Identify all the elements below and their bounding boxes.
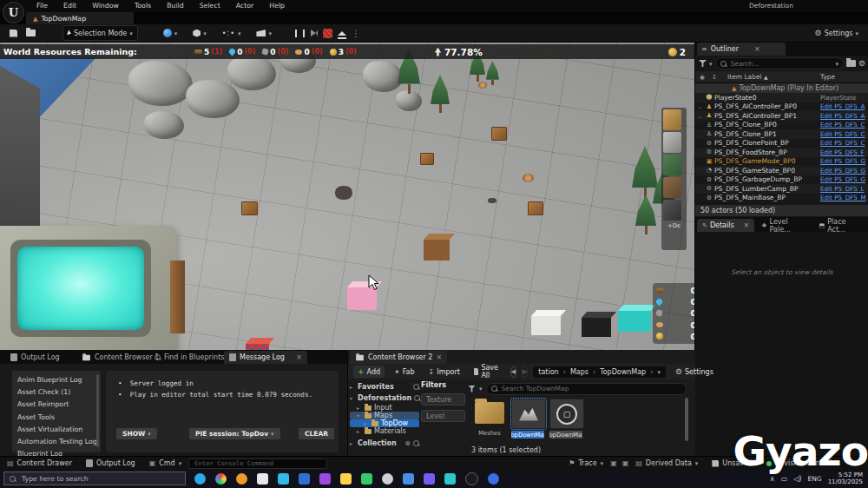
network-icon[interactable]: ▭ [781, 475, 788, 483]
unreal-logo-icon[interactable]: U [3, 2, 24, 23]
folder-topdown[interactable]: ▸TopDow [350, 419, 419, 427]
breadcrumb-item[interactable]: tation [538, 368, 558, 376]
tab-outliner[interactable]: Outliner [697, 43, 786, 56]
clear-button[interactable]: CLEAR [299, 428, 334, 439]
import-button[interactable]: Import [424, 366, 464, 378]
tab-details[interactable]: Details [697, 219, 754, 232]
visibility-column-icon[interactable] [700, 73, 705, 81]
add-collection-icon[interactable] [404, 439, 411, 447]
brown-cube-actor[interactable] [424, 240, 450, 260]
chevron-down-icon[interactable] [709, 60, 713, 68]
scrollbar[interactable] [96, 374, 99, 447]
pause-button[interactable] [293, 26, 307, 40]
edit-blueprint-link[interactable]: Edit PS_DFS_C [820, 121, 868, 129]
outliner-search-input[interactable] [729, 59, 833, 69]
palette-rock-thumb[interactable] [663, 132, 681, 153]
black-cube-actor[interactable] [582, 318, 611, 337]
taskbar-app-icon[interactable] [361, 473, 372, 485]
crate-actor[interactable] [528, 201, 543, 215]
edit-blueprint-link[interactable]: Edit PS_DFS_G [820, 167, 868, 175]
taskbar-app-icon[interactable] [236, 473, 247, 485]
outliner-row[interactable]: PS_DFS_FoodStore_BPEdit PS_DFS_F [695, 148, 868, 157]
taskbar-app-icon[interactable] [319, 473, 331, 485]
tab-level-palette[interactable]: Level Pale... [756, 219, 812, 232]
filter-chip-level[interactable]: Level [421, 410, 465, 422]
filter-icon[interactable] [699, 60, 707, 67]
windows-search-box[interactable] [3, 472, 186, 485]
rock-actor[interactable] [227, 56, 276, 90]
tree-actor[interactable] [486, 61, 499, 85]
asset-palette[interactable]: +De [661, 108, 687, 250]
outliner-row[interactable]: ⌄PS_DFS_AIController_BP1Edit PS_DFS_A [695, 111, 868, 121]
outliner-world-row[interactable]: TopDownMap (Play In Editor) [695, 83, 868, 93]
asset-search[interactable] [486, 383, 687, 395]
taskbar-app-icon[interactable] [278, 473, 289, 485]
taskbar-app-icon[interactable] [299, 473, 310, 485]
edit-blueprint-link[interactable]: Edit PS_DFS_G [820, 157, 868, 165]
outliner-row[interactable]: PS_DFS_GarbageDump_BPEdit PS_DFS_G [695, 175, 868, 185]
log-category[interactable]: Asset Tools [17, 413, 101, 425]
cmd-dropdown[interactable]: Cmd [142, 457, 189, 470]
chevron-down-icon[interactable] [657, 368, 661, 376]
taskbar-app-icon[interactable] [444, 473, 456, 485]
taskbar-app-icon[interactable] [488, 473, 499, 485]
search-icon[interactable] [413, 384, 419, 390]
add-button[interactable]: +Add [353, 366, 385, 378]
revision-control-button[interactable]: Revision Control [760, 457, 845, 470]
red-dice-cube-actor[interactable] [246, 344, 269, 350]
pie-session-button[interactable]: PIE session: TopDov [189, 428, 280, 439]
outliner-row[interactable]: PS_DFS_MainBase_BPEdit PS_DFS_M [695, 194, 868, 203]
breadcrumb-item[interactable]: TopDownMap [600, 368, 646, 376]
new-folder-icon[interactable] [846, 60, 856, 67]
tray-expand-icon[interactable]: ∧ [770, 475, 775, 483]
log-category[interactable]: Asset Reimport [17, 400, 101, 412]
chevron-down-icon[interactable] [479, 385, 483, 392]
outliner-row[interactable]: PS_DFS_Clone_BP0Edit PS_DFS_C [695, 121, 868, 130]
console-input[interactable] [193, 458, 323, 468]
stop-button[interactable] [321, 26, 335, 40]
blueprints-dropdown[interactable] [159, 26, 182, 40]
taskbar-app-icon[interactable] [382, 473, 393, 485]
palette-tree-thumb[interactable] [663, 155, 681, 175]
fab-button[interactable]: ✦Fab [390, 366, 419, 378]
console-input-box[interactable] [188, 458, 327, 469]
language-indicator[interactable]: ENG [807, 475, 821, 483]
edit-blueprint-link[interactable]: Edit PS_DFS_F [820, 148, 868, 156]
tab-topdownmap[interactable]: TopDownMap [26, 12, 134, 24]
unit-actor[interactable] [335, 186, 352, 200]
asset-tile-meshes[interactable]: Meshes [473, 399, 508, 437]
palette-crate-thumb[interactable] [663, 109, 681, 130]
cinematics-dropdown[interactable] [252, 26, 276, 40]
search-icon[interactable] [414, 395, 420, 401]
white-cube-actor[interactable] [531, 316, 561, 335]
tab-message-log[interactable]: Message Log [224, 351, 307, 364]
edit-blueprint-link[interactable]: Edit PS_DFS_G [820, 175, 868, 183]
import-content-button[interactable] [22, 26, 40, 40]
output-log-button[interactable]: Output Log [79, 457, 142, 470]
edit-blueprint-link[interactable]: Edit PS_DFS_L [820, 185, 868, 193]
quick-add-dropdown[interactable] [188, 26, 211, 40]
close-icon[interactable] [754, 45, 760, 53]
asset-tile-topdownmap-level[interactable]: TopDownMap [511, 399, 546, 439]
pillar-actor[interactable] [170, 260, 185, 333]
asset-search-input[interactable] [500, 384, 681, 393]
palette-misc-thumb[interactable] [663, 200, 681, 221]
cb-settings-button[interactable]: Settings [671, 366, 718, 378]
asset-tile-topdownmap-world[interactable]: ▢ TopDownMap [549, 399, 584, 439]
menu-window[interactable]: Window [84, 0, 127, 12]
type-column[interactable]: Type [820, 73, 868, 81]
forward-button[interactable]: ▶ [522, 366, 528, 378]
menu-edit[interactable]: Edit [56, 0, 84, 12]
frame-skip-button[interactable] [307, 26, 321, 40]
favorites-row[interactable]: ▸Favorites [350, 381, 419, 392]
taskbar-unreal-icon[interactable] [465, 472, 478, 485]
taskbar-app-icon[interactable] [424, 473, 435, 485]
edit-blueprint-link[interactable]: Edit PS_DFS_A [820, 102, 868, 110]
breadcrumb[interactable]: tation › Maps › TopDownMap › [533, 366, 666, 378]
outliner-row[interactable]: PS_DFS_GameState_BP0Edit PS_DFS_G [695, 166, 868, 175]
outliner-row[interactable]: PS_DFS_LumberCamp_BPEdit PS_DFS_L [695, 184, 868, 194]
volume-icon[interactable]: ◁) [793, 475, 801, 483]
back-button[interactable]: ◀ [510, 366, 516, 378]
folder-materials[interactable]: ▸Materials [350, 427, 419, 435]
menu-select[interactable]: Select [192, 0, 228, 12]
